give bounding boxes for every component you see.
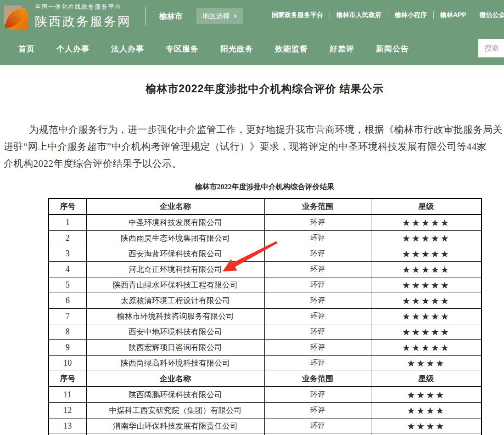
cell-star-rating: ★★★★★ bbox=[371, 309, 482, 324]
cell-index: 6 bbox=[49, 293, 86, 309]
cell-company-name: 西安中地环境科技有限公司 bbox=[86, 324, 264, 340]
cell-index: 9 bbox=[49, 340, 86, 356]
paragraph-line: 为规范中介服务行为，进一步强化中介监管工作，更好地提升我市营商环境，根据《榆林市… bbox=[4, 121, 504, 138]
cell-index: 12 bbox=[49, 403, 86, 418]
nav-item[interactable]: 个人办事 bbox=[56, 44, 90, 54]
nav-items: 首页个人办事法人办事专区服务阳光政务效能监督好差评新闻公告 bbox=[18, 44, 431, 54]
platform-tagline: 全国一体化在线政务服务平台 bbox=[35, 3, 131, 11]
cell-index: 13 bbox=[49, 418, 86, 434]
cell-business-scope: 环评 bbox=[264, 309, 371, 324]
cell-business-scope: 环评 bbox=[264, 403, 371, 418]
cell-index: 1 bbox=[49, 215, 86, 231]
cell-star-rating: ★★★★ bbox=[371, 403, 482, 418]
table-row: 9 陕西宏辉项目咨询有限公司 环评 ★★★★★ bbox=[49, 340, 482, 356]
main-nav: 首页个人办事法人办事专区服务阳光政务效能监督好差评新闻公告 搜索 bbox=[0, 32, 504, 65]
cell-star-rating: ★★★★★ bbox=[371, 324, 482, 340]
cell-company-name: 陕西青山绿水环保科技工程有限公司 bbox=[86, 277, 264, 293]
nav-item[interactable]: 法人办事 bbox=[111, 44, 144, 54]
cell-star-rating: ★★★★★ bbox=[371, 215, 482, 231]
evaluation-table: 序号企业名称业务范围星级 1 中圣环境科技发展有限公司 环评 ★★★★★ 2 陕… bbox=[48, 198, 482, 435]
cell-company-name: 河北奇正环境科技有限公司 bbox=[86, 262, 264, 277]
top-link[interactable]: 微信公众号 bbox=[473, 11, 504, 19]
table-row: 3 西安海蓝环保科技有限公司 环评 ★★★★★ bbox=[49, 246, 482, 262]
cell-business-scope: 环评 bbox=[264, 356, 371, 371]
cell-business-scope: 环评 bbox=[264, 277, 371, 293]
cell-star-rating: ★★★★★ bbox=[371, 340, 482, 356]
cell-star-rating: ★★★★★ bbox=[371, 262, 482, 277]
cell-index: 2 bbox=[49, 231, 86, 246]
site-logo-icon[interactable] bbox=[4, 6, 28, 30]
table-row: 8 西安中地环境科技有限公司 环评 ★★★★★ bbox=[49, 324, 482, 340]
cell-index: 3 bbox=[49, 246, 86, 262]
paragraph-line: 介机构2022年度综合评价结果予以公示。 bbox=[4, 155, 504, 172]
cell-index: 5 bbox=[49, 277, 86, 293]
column-header: 星级 bbox=[371, 198, 482, 215]
column-header: 序号 bbox=[49, 371, 86, 387]
top-link[interactable]: 国家政务服务平台 bbox=[265, 11, 330, 19]
table-header-row-repeat: 序号企业名称业务范围星级 bbox=[49, 371, 482, 387]
cell-company-name: 太原核清环境工程设计有限公司 bbox=[86, 293, 264, 309]
article-content: 榆林市2022年度涉批中介机构综合评价 结果公示 为规范中介服务行为，进一步强化… bbox=[0, 82, 504, 435]
table-row: 1 中圣环境科技发展有限公司 环评 ★★★★★ bbox=[49, 215, 482, 231]
nav-item[interactable]: 新闻公告 bbox=[376, 44, 409, 54]
site-title: 陕西政务服务网 bbox=[35, 13, 131, 30]
column-header: 企业名称 bbox=[86, 198, 264, 215]
table-row: 11 陕西阔鹏环保科技有限公司 环评 ★★★★ bbox=[49, 387, 482, 403]
announcement-paragraph: 为规范中介服务行为，进一步强化中介监管工作，更好地提升我市营商环境，根据《榆林市… bbox=[4, 121, 504, 172]
site-brand: 全国一体化在线政务服务平台 陕西政务服务网 bbox=[35, 3, 131, 30]
nav-item[interactable]: 首页 bbox=[18, 44, 35, 54]
column-header: 序号 bbox=[49, 198, 86, 215]
cell-company-name: 中煤科工西安研究院（集团）有限公司 bbox=[86, 403, 264, 418]
cell-index: 10 bbox=[49, 356, 86, 371]
cell-business-scope: 环评 bbox=[264, 340, 371, 356]
cell-star-rating: ★★★★ bbox=[371, 387, 482, 403]
nav-item[interactable]: 阳光政务 bbox=[220, 44, 253, 54]
page: 全国一体化在线政务服务平台 陕西政务服务网 榆林市 地区选择 ▾ 国家政务服务平… bbox=[0, 0, 504, 435]
table-header-row: 序号企业名称业务范围星级 bbox=[49, 198, 482, 215]
cell-company-name: 陕西尚绿高科环境科技有限公司 bbox=[86, 356, 264, 371]
cell-business-scope: 环评 bbox=[264, 387, 371, 403]
chevron-down-icon: ▾ bbox=[234, 14, 237, 19]
nav-item[interactable]: 专区服务 bbox=[166, 44, 199, 54]
cell-star-rating: ★★★★★ bbox=[371, 277, 482, 293]
column-header: 业务范围 bbox=[264, 198, 371, 215]
brand-divider bbox=[145, 7, 146, 25]
region-select-label: 地区选择 bbox=[202, 12, 230, 21]
table-row: 13 渭南华山环保科技发展有限责任公司 环评 ★★★★ bbox=[49, 418, 482, 434]
paragraph-line: 进驻“网上中介服务超市”中介机构考评管理规定（试行）》要求，现将评定的中圣环境科… bbox=[4, 138, 504, 155]
top-link[interactable]: 榆林小程序 bbox=[388, 11, 434, 19]
cell-index: 7 bbox=[49, 309, 86, 324]
cell-business-scope: 环评 bbox=[264, 293, 371, 309]
cell-company-name: 陕西雨昊生态环境集团有限公司 bbox=[86, 231, 264, 246]
cell-index: 11 bbox=[49, 387, 86, 403]
cell-star-rating: ★★★★ bbox=[371, 356, 482, 371]
cell-business-scope: 环评 bbox=[264, 418, 371, 434]
column-header: 星级 bbox=[371, 371, 482, 387]
top-header: 全国一体化在线政务服务平台 陕西政务服务网 榆林市 地区选择 ▾ 国家政务服务平… bbox=[0, 0, 504, 32]
nav-item[interactable]: 好差评 bbox=[330, 44, 354, 54]
cell-company-name: 中圣环境科技发展有限公司 bbox=[86, 215, 264, 231]
cell-company-name: 西安海蓝环保科技有限公司 bbox=[86, 246, 264, 262]
cell-star-rating: ★★★★ bbox=[371, 418, 482, 434]
cell-star-rating: ★★★★★ bbox=[371, 231, 482, 246]
cell-company-name: 榆林市环境科技咨询服务有限公司 bbox=[86, 309, 264, 324]
table-row: 2 陕西雨昊生态环境集团有限公司 环评 ★★★★★ bbox=[49, 231, 482, 246]
cell-business-scope: 环评 bbox=[264, 262, 371, 277]
table-section-2: 11 陕西阔鹏环保科技有限公司 环评 ★★★★ 12 中煤科工西安研究院（集团）… bbox=[49, 387, 482, 434]
cell-company-name: 渭南华山环保科技发展有限责任公司 bbox=[86, 418, 264, 434]
cell-business-scope: 环评 bbox=[264, 246, 371, 262]
top-link[interactable]: 榆林市人民政府 bbox=[330, 11, 388, 19]
search-input[interactable]: 搜索 bbox=[478, 39, 504, 57]
column-header: 企业名称 bbox=[86, 371, 264, 387]
table-row: 7 榆林市环境科技咨询服务有限公司 环评 ★★★★★ bbox=[49, 309, 482, 324]
table-row: 6 太原核清环境工程设计有限公司 环评 ★★★★★ bbox=[49, 293, 482, 309]
cell-index: 4 bbox=[49, 262, 86, 277]
nav-item[interactable]: 效能监督 bbox=[275, 44, 308, 54]
column-header: 业务范围 bbox=[264, 371, 371, 387]
region-select-button[interactable]: 地区选择 ▾ bbox=[196, 8, 243, 24]
cell-index: 8 bbox=[49, 324, 86, 340]
top-link[interactable]: 榆林APP bbox=[434, 11, 473, 19]
table-section-1: 1 中圣环境科技发展有限公司 环评 ★★★★★ 2 陕西雨昊生态环境集团有限公司… bbox=[49, 215, 482, 371]
table-row: 5 陕西青山绿水环保科技工程有限公司 环评 ★★★★★ bbox=[49, 277, 482, 293]
cell-star-rating: ★★★★★ bbox=[371, 246, 482, 262]
